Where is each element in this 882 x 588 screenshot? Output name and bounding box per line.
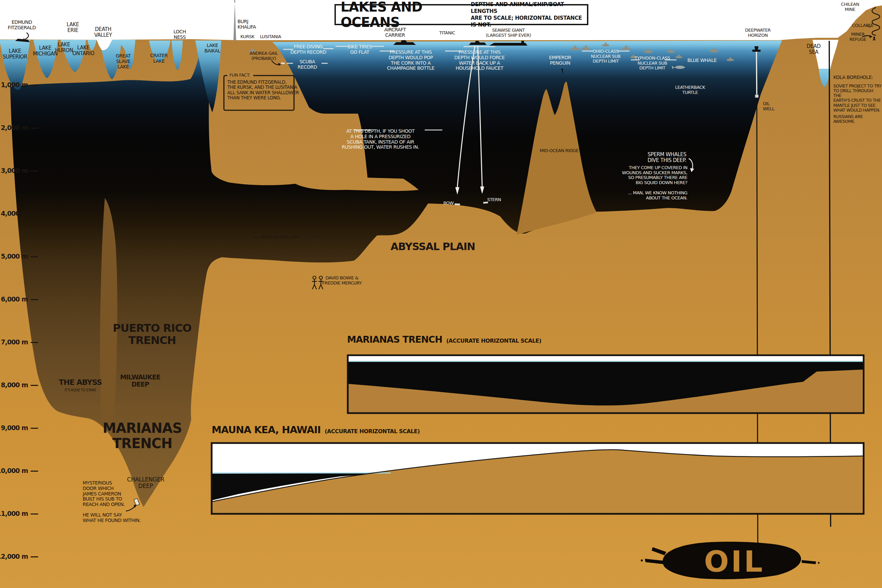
label-alvin-depth-limit: ALVIN DEPTH LIMIT — [261, 235, 300, 240]
depth-tick-label-2: 2,000 m — [1, 124, 28, 131]
label-death-valley: DEATH VALLEY — [94, 27, 112, 38]
depth-tick-mark-5 — [31, 256, 38, 257]
label-titanic: TITANIC — [439, 31, 455, 36]
label-oil-well: OIL WELL — [763, 101, 774, 111]
label-puerto-rico-trench: PUERTO RICO TRENCH — [113, 322, 192, 346]
label-lake-superior: LAKE SUPERIOR — [3, 48, 27, 60]
note-sperm-whales-squid: THEY COME UP COVERED IN WOUNDS AND SUCKE… — [622, 165, 687, 186]
depth-tick-mark-11 — [31, 513, 38, 514]
depth-tick-mark-3 — [31, 171, 38, 171]
depth-tick-label-9: 9,000 m — [1, 424, 28, 432]
label-bow: BOW — [443, 201, 454, 206]
label-deepwater-horizon: DEEPWATER HORIZON — [745, 28, 771, 38]
note-pressure-cork: PRESSURE AT THIS DEPTH WOULD POP THE COR… — [387, 50, 434, 71]
label-the-abyss: THE ABYSS — [59, 378, 102, 387]
note-know-nothing: ... MAN, WE KNOW NOTHING ABOUT THE OCEAN… — [628, 190, 687, 200]
label-miner-refuge: MINER REFUGE — [849, 32, 866, 42]
depth-tick-label-10: 10,000 m — [0, 467, 28, 474]
label-crater-lake: CRATER LAKE — [150, 53, 168, 64]
depth-tick-label-1: 1,000 m — [1, 81, 28, 88]
depth-tick-label-4: 4,000 m — [1, 210, 28, 217]
depth-tick-label-7: 7,000 m — [1, 339, 28, 346]
depth-tick-label-12: 12,000 m — [0, 553, 28, 560]
depth-tick-mark-9 — [31, 428, 38, 429]
note-pressure-faucet: PRESSURE AT THIS DEPTH WOULD FORCE WATER… — [454, 50, 505, 71]
label-burj-khalifa: BURJ KHALIFA — [237, 19, 256, 30]
label-chilean-mine: CHILEAN MINE — [841, 2, 859, 12]
note-kola-heading: KOLA BOREHOLE: — [833, 75, 873, 80]
label-ohio-class: OHIO-CLASS NUCLEAR SUB DEPTH LIMIT — [591, 49, 620, 64]
label-milwaukee-deep: MILWAUKEE DEEP — [120, 374, 160, 388]
annotation-layer: EDMUND FITZGERALDLAKE SUPERIORLAKE MICHI… — [0, 0, 882, 588]
note-kola-awesome: RUSSIANS ARE AWESOME. — [833, 114, 882, 124]
depth-tick-mark-1 — [31, 85, 38, 86]
depth-tick-label-11: 11,000 m — [0, 510, 28, 517]
note-sperm-whales: SPERM WHALES DIVE THIS DEEP. — [648, 152, 686, 164]
label-andrea-gail: ANDREA GAIL (PROBABLY) — [249, 51, 278, 61]
label-lake-ontario: LAKE ONTARIO — [72, 45, 94, 57]
label-lusitania: LUSITANIA — [260, 34, 281, 39]
depth-tick-mark-2 — [31, 128, 38, 129]
label-leatherback-turtle: LEATHERBACK TURTLE — [675, 85, 705, 95]
label-challenger-deep: CHALLENGER DEEP — [127, 476, 164, 489]
label-mid-ocean-ridge: MID-OCEAN RIDGE — [540, 148, 579, 153]
label-loch-ness: LOCH NESS — [174, 29, 186, 40]
label-scuba-record: SCUBA RECORD — [298, 59, 317, 70]
label-edmund-fitzgerald: EDMUND FITZGERALD — [8, 20, 36, 31]
label-stern: STERN — [487, 197, 501, 202]
label-david-bowie: DAVID BOWIE & FREDDIE MERCURY — [322, 276, 362, 285]
label-typhoon-class: TYPHOON-CLASS NUCLEAR SUB DEPTH LIMIT — [634, 56, 670, 71]
label-dead-sea: DEAD SEA — [807, 44, 821, 55]
fun-fact-body: THE EDMUND FITZGERALD, THE KURSK, AND TH… — [227, 80, 299, 100]
label-emperor-penguin: EMPEROR PENGUIN — [549, 55, 571, 66]
label-lake-michigan: LAKE MICHIGAN — [33, 45, 58, 57]
depth-tick-mark-6 — [31, 299, 38, 300]
lakes-and-oceans-infographic: LAKES AND OCEANS DEPTHS AND ANIMAL/SHIP/… — [0, 0, 882, 588]
depth-tick-label-8: 8,000 m — [1, 381, 28, 388]
depth-tick-mark-10 — [31, 471, 38, 472]
label-the-abyss-sub: IT'S RUDE TO STARE — [64, 388, 96, 392]
label-bike-tires: BIKE TIRES GO FLAT — [347, 44, 372, 55]
label-marianas-trench: MARIANAS TRENCH — [103, 421, 182, 451]
label-abyssal-plain: ABYSSAL PLAIN — [391, 241, 475, 252]
depth-tick-mark-7 — [31, 342, 38, 343]
depth-tick-mark-12 — [31, 556, 38, 557]
label-free-diving-record: FREE-DIVING DEPTH RECORD — [290, 44, 326, 55]
note-kola-body: SOVIET PROJECT TO TRY TO DRILL THROUGH T… — [833, 84, 882, 112]
fun-fact-heading: FUN FACT: — [230, 73, 250, 78]
label-seawise-giant: SEAWISE GIANT (LARGEST SHIP EVER) — [486, 28, 531, 38]
depth-tick-mark-8 — [31, 385, 38, 386]
label-collapse: COLLAPSE — [852, 23, 873, 28]
note-he-will-not-say: HE WILL NOT SAY WHAT HE FOUND WITHIN. — [82, 513, 141, 524]
depth-tick-mark-4 — [31, 213, 38, 214]
depth-tick-label-5: 5,000 m — [1, 253, 28, 260]
label-lake-baikal: LAKE BAIKAL — [204, 43, 220, 54]
label-great-slave-lake: GREAT SLAVE LAKE — [116, 53, 130, 69]
label-lake-erie: LAKE ERIE — [67, 22, 79, 33]
note-mysterious-door: MYSTERIOUS DOOR WHICH JAMES CAMERON BUIL… — [82, 480, 125, 507]
label-lake-huron: LAKE HURON — [55, 42, 73, 53]
label-blue-whale: BLUE WHALE — [687, 58, 717, 63]
depth-tick-label-6: 6,000 m — [1, 296, 28, 303]
label-aircraft-carrier: AIRCRAFT CARRIER — [384, 27, 406, 38]
note-scuba-tank: AT THIS DEPTH, IF YOU SHOOT A HOLE IN A … — [342, 129, 419, 150]
depth-tick-label-3: 3,000 m — [1, 167, 28, 174]
label-kursk: KURSK — [240, 34, 254, 39]
